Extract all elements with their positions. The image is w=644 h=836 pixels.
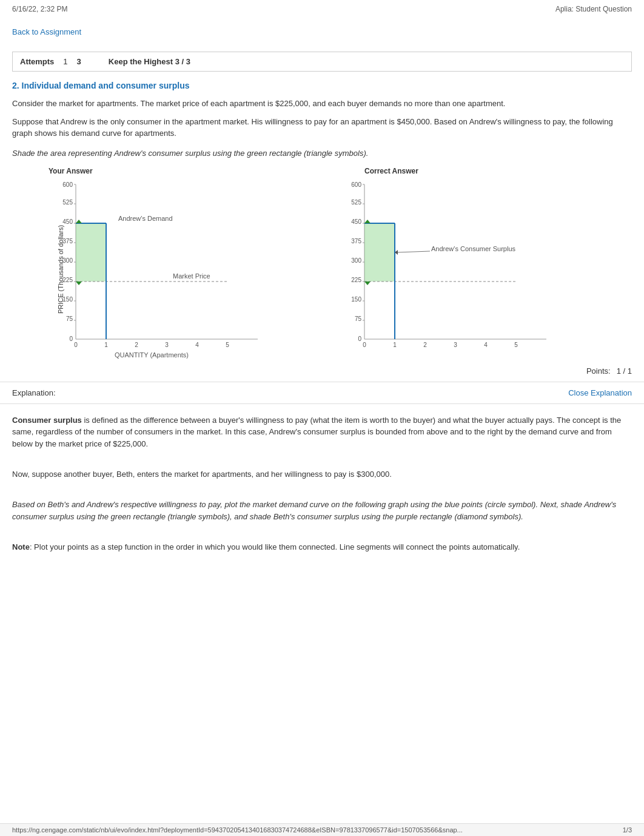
main-content: 2. Individual demand and consumer surplu… [0, 81, 644, 360]
explanation-bar: Explanation: Close Explanation [0, 382, 644, 404]
svg-text:600: 600 [351, 181, 361, 188]
svg-text:525: 525 [62, 199, 73, 206]
svg-text:450: 450 [62, 218, 73, 225]
svg-text:5: 5 [514, 342, 518, 348]
question-para2: Suppose that Andrew is the only consumer… [12, 116, 632, 140]
points-row: Points: 1 / 1 [12, 366, 632, 376]
question-title: 2. Individual demand and consumer surplu… [12, 81, 632, 90]
svg-text:525: 525 [351, 199, 361, 206]
page-title: Aplia: Student Question [555, 5, 632, 13]
svg-text:225: 225 [351, 277, 361, 283]
svg-text:600: 600 [62, 181, 73, 188]
svg-line-64 [398, 251, 430, 252]
points-value: 1 / 1 [617, 366, 632, 376]
attempts-current: 1 [63, 57, 67, 66]
svg-marker-33 [76, 281, 82, 285]
svg-text:5: 5 [226, 342, 229, 348]
svg-text:Market Price: Market Price [173, 272, 210, 280]
note-rest: : Plot your points as a step function in… [30, 542, 520, 551]
svg-marker-67 [364, 281, 371, 285]
explanation-para1: Consumer surplus is defined as the diffe… [12, 414, 632, 450]
svg-text:450: 450 [351, 218, 361, 225]
svg-text:0: 0 [74, 342, 78, 348]
note-bold: Note [12, 542, 30, 551]
explanation-text-rest: is defined as the difference between a b… [12, 416, 621, 448]
svg-marker-66 [364, 220, 371, 223]
chart-your-answer: Your Answer PRICE (Thousands of dollars) [12, 167, 316, 360]
svg-text:4: 4 [484, 342, 488, 348]
svg-text:QUANTITY (Apartments): QUANTITY (Apartments) [115, 351, 189, 359]
keep-highest-label: Keep the Highest [109, 57, 173, 66]
svg-text:0: 0 [69, 335, 73, 342]
attempts-max: 3 [77, 57, 81, 66]
svg-text:3: 3 [165, 342, 169, 348]
explanation-note: Note: Plot your points as a step functio… [12, 541, 632, 553]
explanation-content: Consumer surplus is defined as the diffe… [0, 407, 644, 567]
left-chart-svg: 600 525 450 375 300 225 [52, 178, 282, 360]
bold-term-consumer-surplus: Consumer surplus [12, 416, 82, 425]
back-to-assignment-link[interactable]: Back to Assignment [12, 27, 81, 36]
svg-text:375: 375 [351, 238, 361, 244]
svg-text:4: 4 [195, 342, 199, 348]
correct-answer-label: Correct Answer [328, 167, 632, 175]
svg-text:75: 75 [66, 315, 73, 322]
explanation-instruction: Based on Beth's and Andrew's respective … [12, 499, 632, 522]
points-label: Points: [586, 366, 611, 376]
svg-text:75: 75 [355, 315, 362, 322]
chart-correct-answer: Correct Answer 600 525 450 375 [328, 167, 632, 360]
timestamp: 6/16/22, 2:32 PM [12, 5, 67, 13]
charts-container: Your Answer PRICE (Thousands of dollars) [12, 167, 632, 360]
svg-text:2: 2 [423, 342, 427, 348]
svg-rect-26 [76, 223, 106, 281]
svg-text:0: 0 [363, 342, 366, 348]
right-chart-svg: 600 525 450 375 300 225 150 75 0 [340, 178, 571, 360]
svg-text:1: 1 [104, 342, 108, 348]
attempts-label: Attempts [20, 57, 54, 66]
your-answer-label: Your Answer [12, 167, 316, 175]
y-axis-label: PRICE (Thousands of dollars) [57, 224, 64, 313]
close-explanation-button[interactable]: Close Explanation [568, 388, 632, 397]
question-instruction: Shade the area representing Andrew's con… [12, 149, 632, 158]
keep-highest-value: 3 / 3 [175, 57, 190, 66]
keep-highest: Keep the Highest 3 / 3 [109, 57, 190, 66]
svg-text:300: 300 [351, 257, 361, 264]
explanation-para2: Now, suppose another buyer, Beth, enters… [12, 468, 632, 480]
svg-text:3: 3 [454, 342, 457, 348]
question-para1: Consider the market for apartments. The … [12, 98, 632, 110]
svg-text:Andrew's Demand: Andrew's Demand [118, 215, 173, 222]
explanation-label: Explanation: [12, 388, 56, 397]
svg-marker-32 [76, 220, 82, 223]
top-bar: 6/16/22, 2:32 PM Aplia: Student Question [0, 0, 644, 18]
svg-text:Andrew's Consumer Surplus: Andrew's Consumer Surplus [431, 245, 516, 252]
attempts-bar: Attempts 1 3 Keep the Highest 3 / 3 [12, 52, 632, 72]
svg-text:2: 2 [135, 342, 138, 348]
svg-rect-59 [364, 223, 395, 281]
svg-text:0: 0 [358, 335, 361, 342]
svg-text:1: 1 [393, 342, 397, 348]
svg-text:150: 150 [351, 296, 361, 303]
